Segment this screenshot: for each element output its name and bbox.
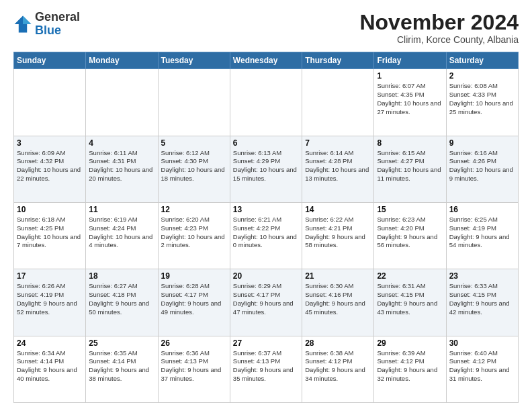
location: Clirim, Korce County, Albania [359, 34, 519, 45]
logo-blue: Blue [35, 24, 61, 37]
day-number: 16 [449, 205, 515, 214]
day-number: 14 [305, 205, 371, 214]
calendar-cell [302, 69, 374, 136]
title-block: November 2024 Clirim, Korce County, Alba… [359, 11, 519, 45]
calendar-cell: 12Sunrise: 6:20 AM Sunset: 4:23 PM Dayli… [158, 202, 230, 269]
calendar-cell: 30Sunrise: 6:40 AM Sunset: 4:12 PM Dayli… [446, 336, 518, 402]
day-info: Sunrise: 6:37 AM Sunset: 4:13 PM Dayligh… [233, 349, 299, 383]
day-number: 13 [233, 205, 299, 214]
calendar-week-1: 1Sunrise: 6:07 AM Sunset: 4:35 PM Daylig… [14, 69, 519, 136]
weekday-header-monday: Monday [86, 52, 158, 69]
calendar-cell: 5Sunrise: 6:12 AM Sunset: 4:30 PM Daylig… [158, 136, 230, 202]
calendar-cell: 2Sunrise: 6:08 AM Sunset: 4:33 PM Daylig… [446, 69, 518, 136]
day-info: Sunrise: 6:15 AM Sunset: 4:27 PM Dayligh… [377, 149, 443, 183]
calendar-cell [230, 69, 302, 136]
calendar-cell [158, 69, 230, 136]
day-number: 10 [17, 205, 83, 214]
calendar-cell: 8Sunrise: 6:15 AM Sunset: 4:27 PM Daylig… [374, 136, 446, 202]
calendar-cell: 6Sunrise: 6:13 AM Sunset: 4:29 PM Daylig… [230, 136, 302, 202]
calendar-cell: 9Sunrise: 6:16 AM Sunset: 4:26 PM Daylig… [446, 136, 518, 202]
day-info: Sunrise: 6:40 AM Sunset: 4:12 PM Dayligh… [449, 349, 515, 383]
day-info: Sunrise: 6:07 AM Sunset: 4:35 PM Dayligh… [377, 82, 443, 116]
day-number: 19 [161, 271, 227, 281]
day-info: Sunrise: 6:12 AM Sunset: 4:30 PM Dayligh… [161, 149, 227, 183]
weekday-header-thursday: Thursday [302, 52, 374, 69]
weekday-header-tuesday: Tuesday [158, 52, 230, 69]
calendar-week-4: 17Sunrise: 6:26 AM Sunset: 4:19 PM Dayli… [14, 269, 519, 336]
calendar-cell: 17Sunrise: 6:26 AM Sunset: 4:19 PM Dayli… [14, 269, 86, 336]
calendar-cell: 1Sunrise: 6:07 AM Sunset: 4:35 PM Daylig… [374, 69, 446, 136]
day-info: Sunrise: 6:25 AM Sunset: 4:19 PM Dayligh… [449, 216, 515, 250]
calendar-table: SundayMondayTuesdayWednesdayThursdayFrid… [13, 52, 519, 403]
day-info: Sunrise: 6:29 AM Sunset: 4:17 PM Dayligh… [233, 282, 299, 316]
day-number: 4 [89, 138, 154, 148]
day-number: 21 [305, 271, 371, 281]
day-number: 18 [89, 271, 154, 281]
day-number: 15 [377, 205, 443, 214]
day-info: Sunrise: 6:23 AM Sunset: 4:20 PM Dayligh… [377, 216, 443, 250]
day-info: Sunrise: 6:38 AM Sunset: 4:12 PM Dayligh… [305, 349, 371, 383]
calendar-cell: 18Sunrise: 6:27 AM Sunset: 4:18 PM Dayli… [86, 269, 158, 336]
calendar-week-5: 24Sunrise: 6:34 AM Sunset: 4:14 PM Dayli… [14, 336, 519, 402]
day-number: 24 [17, 338, 83, 348]
calendar-week-3: 10Sunrise: 6:18 AM Sunset: 4:25 PM Dayli… [14, 202, 519, 269]
calendar-cell: 28Sunrise: 6:38 AM Sunset: 4:12 PM Dayli… [302, 336, 374, 402]
day-info: Sunrise: 6:13 AM Sunset: 4:29 PM Dayligh… [233, 149, 299, 183]
day-number: 25 [89, 338, 154, 348]
day-number: 26 [161, 338, 227, 348]
day-number: 20 [233, 271, 299, 281]
logo-general: General [35, 10, 80, 24]
day-info: Sunrise: 6:31 AM Sunset: 4:15 PM Dayligh… [377, 282, 443, 316]
calendar-cell: 21Sunrise: 6:30 AM Sunset: 4:16 PM Dayli… [302, 269, 374, 336]
calendar-cell: 24Sunrise: 6:34 AM Sunset: 4:14 PM Dayli… [14, 336, 86, 402]
calendar-cell: 19Sunrise: 6:28 AM Sunset: 4:17 PM Dayli… [158, 269, 230, 336]
day-number: 7 [305, 138, 371, 148]
weekday-header-saturday: Saturday [446, 52, 518, 69]
day-info: Sunrise: 6:09 AM Sunset: 4:32 PM Dayligh… [17, 149, 83, 183]
calendar-cell: 4Sunrise: 6:11 AM Sunset: 4:31 PM Daylig… [86, 136, 158, 202]
calendar-cell: 7Sunrise: 6:14 AM Sunset: 4:28 PM Daylig… [302, 136, 374, 202]
calendar-cell: 26Sunrise: 6:36 AM Sunset: 4:13 PM Dayli… [158, 336, 230, 402]
generalblue-logo-icon [13, 15, 32, 34]
day-info: Sunrise: 6:33 AM Sunset: 4:15 PM Dayligh… [449, 282, 515, 316]
svg-marker-1 [23, 15, 31, 24]
day-number: 3 [17, 138, 83, 148]
weekday-header-friday: Friday [374, 52, 446, 69]
logo-text: General Blue [35, 11, 80, 38]
page: General Blue November 2024 Clirim, Korce… [0, 0, 532, 411]
day-number: 6 [233, 138, 299, 148]
day-number: 8 [377, 138, 443, 148]
day-info: Sunrise: 6:20 AM Sunset: 4:23 PM Dayligh… [161, 216, 227, 250]
weekday-header-sunday: Sunday [14, 52, 86, 69]
calendar-week-2: 3Sunrise: 6:09 AM Sunset: 4:32 PM Daylig… [14, 136, 519, 202]
calendar-cell: 22Sunrise: 6:31 AM Sunset: 4:15 PM Dayli… [374, 269, 446, 336]
day-info: Sunrise: 6:35 AM Sunset: 4:14 PM Dayligh… [89, 349, 154, 383]
month-title: November 2024 [359, 11, 519, 34]
day-info: Sunrise: 6:27 AM Sunset: 4:18 PM Dayligh… [89, 282, 154, 316]
day-number: 2 [449, 71, 515, 81]
day-number: 29 [377, 338, 443, 348]
calendar-cell: 27Sunrise: 6:37 AM Sunset: 4:13 PM Dayli… [230, 336, 302, 402]
day-info: Sunrise: 6:11 AM Sunset: 4:31 PM Dayligh… [89, 149, 154, 183]
day-info: Sunrise: 6:19 AM Sunset: 4:24 PM Dayligh… [89, 216, 154, 250]
calendar-cell: 15Sunrise: 6:23 AM Sunset: 4:20 PM Dayli… [374, 202, 446, 269]
day-info: Sunrise: 6:08 AM Sunset: 4:33 PM Dayligh… [449, 82, 515, 116]
calendar-cell: 25Sunrise: 6:35 AM Sunset: 4:14 PM Dayli… [86, 336, 158, 402]
day-number: 9 [449, 138, 515, 148]
calendar-cell: 29Sunrise: 6:39 AM Sunset: 4:12 PM Dayli… [374, 336, 446, 402]
day-info: Sunrise: 6:21 AM Sunset: 4:22 PM Dayligh… [233, 216, 299, 250]
day-number: 12 [161, 205, 227, 214]
day-number: 28 [305, 338, 371, 348]
calendar-cell: 23Sunrise: 6:33 AM Sunset: 4:15 PM Dayli… [446, 269, 518, 336]
day-number: 1 [377, 71, 443, 81]
calendar-cell: 20Sunrise: 6:29 AM Sunset: 4:17 PM Dayli… [230, 269, 302, 336]
day-info: Sunrise: 6:34 AM Sunset: 4:14 PM Dayligh… [17, 349, 83, 383]
weekday-header-wednesday: Wednesday [230, 52, 302, 69]
day-info: Sunrise: 6:16 AM Sunset: 4:26 PM Dayligh… [449, 149, 515, 183]
calendar-cell: 3Sunrise: 6:09 AM Sunset: 4:32 PM Daylig… [14, 136, 86, 202]
calendar-cell [86, 69, 158, 136]
day-info: Sunrise: 6:22 AM Sunset: 4:21 PM Dayligh… [305, 216, 371, 250]
day-number: 22 [377, 271, 443, 281]
logo: General Blue [13, 11, 80, 38]
day-number: 17 [17, 271, 83, 281]
